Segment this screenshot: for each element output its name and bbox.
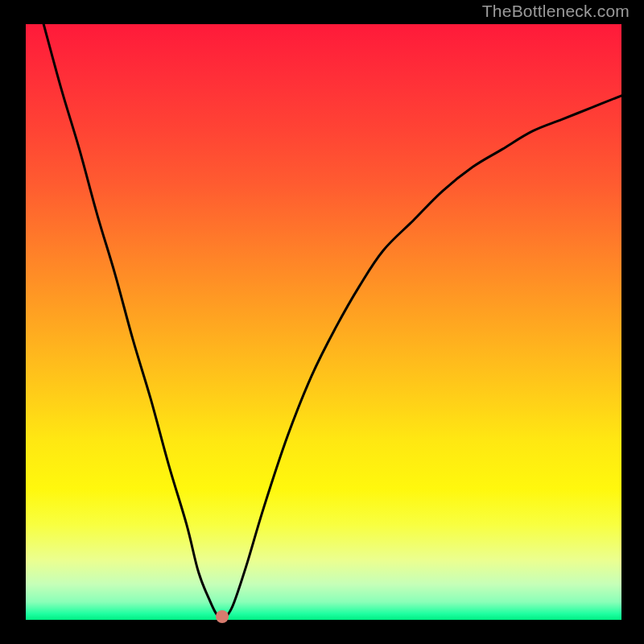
chart-plot-area xyxy=(26,24,621,620)
optimal-point-marker xyxy=(216,610,229,623)
attribution-label: TheBottleneck.com xyxy=(482,2,630,21)
bottleneck-curve xyxy=(26,24,621,620)
